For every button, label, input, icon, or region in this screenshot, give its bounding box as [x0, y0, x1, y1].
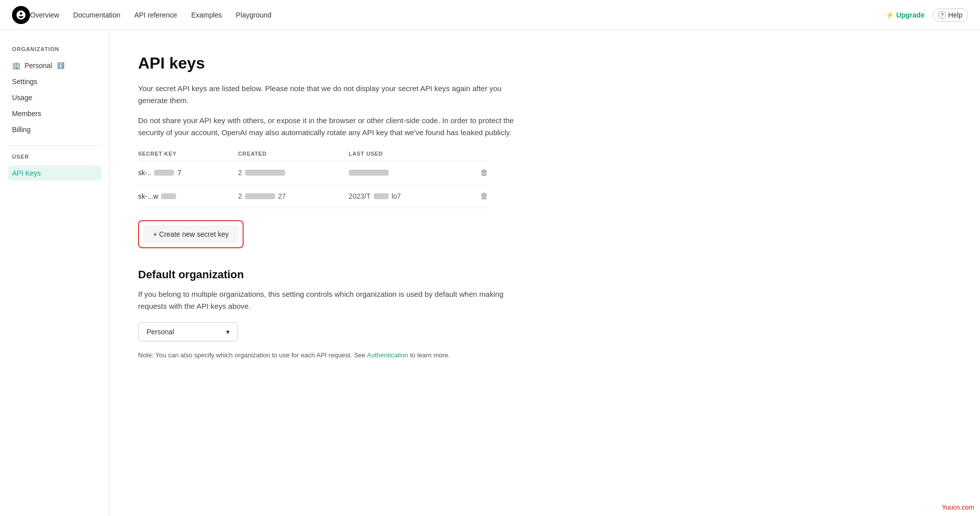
- nav-right: ⚡ Upgrade ? Help: [885, 9, 968, 22]
- nav-playground[interactable]: Playground: [236, 11, 272, 19]
- top-navigation: Overview Documentation API reference Exa…: [0, 0, 980, 30]
- col-header-created: CREATED: [238, 147, 349, 161]
- main-content: API keys Your secret API keys are listed…: [110, 30, 560, 516]
- last-used-blur-2: [374, 193, 389, 199]
- sidebar-divider: [8, 145, 102, 146]
- last-used-blur-1: [349, 170, 389, 176]
- actions-cell-2: 🗑: [470, 185, 488, 208]
- help-circle-icon: ?: [938, 11, 946, 19]
- sidebar-item-members[interactable]: Members: [8, 106, 102, 121]
- table-row: sk-.. 7 2: [138, 161, 488, 185]
- sidebar-item-billing[interactable]: Billing: [8, 122, 102, 137]
- nav-documentation[interactable]: Documentation: [73, 11, 120, 19]
- org-select-value: Personal: [147, 328, 174, 336]
- upgrade-button[interactable]: ⚡ Upgrade: [885, 11, 924, 19]
- desc-para-1: Your secret API keys are listed below. P…: [138, 83, 532, 107]
- date-blur-2: [245, 193, 275, 199]
- col-header-actions: [470, 147, 488, 161]
- api-keys-table: SECRET KEY CREATED LAST USED sk-.. 7: [138, 147, 488, 208]
- nav-overview[interactable]: Overview: [30, 11, 59, 19]
- date-blur-1: [245, 170, 285, 176]
- actions-cell-1: 🗑: [470, 161, 488, 185]
- org-dropdown[interactable]: Personal ▾: [138, 322, 238, 341]
- created-cell-2: 2 27: [238, 185, 349, 208]
- default-org-desc: If you belong to multiple organizations,…: [138, 288, 532, 312]
- key-blur-2: [161, 193, 176, 199]
- key-blur-1: [154, 170, 174, 176]
- delete-key-2-button[interactable]: 🗑: [480, 192, 488, 200]
- watermark: Yuucn.com: [942, 503, 974, 511]
- user-section-title: USER: [8, 154, 102, 160]
- sidebar-item-usage[interactable]: Usage: [8, 90, 102, 105]
- col-header-secret-key: SECRET KEY: [138, 147, 238, 161]
- table-row: sk-...w 2 27 2023/T: [138, 185, 488, 208]
- help-button[interactable]: ? Help: [932, 9, 968, 22]
- col-header-last-used: LAST USED: [349, 147, 470, 161]
- org-section-title: ORGANIZATION: [8, 46, 102, 52]
- sidebar: ORGANIZATION 🏢 Personal ℹ️ Settings Usag…: [0, 30, 110, 516]
- last-used-cell-1: [349, 161, 470, 185]
- nav-api-reference[interactable]: API reference: [135, 11, 178, 19]
- page-title: API keys: [138, 54, 532, 73]
- note-text: Note: You can also specify which organiz…: [138, 351, 532, 359]
- last-used-cell-2: 2023/T lo7: [349, 185, 470, 208]
- key-cell-2: sk-...w: [138, 185, 238, 208]
- chevron-down-icon: ▾: [226, 328, 230, 336]
- desc-para-2: Do not share your API key with others, o…: [138, 115, 532, 139]
- create-btn-wrapper: + Create new secret key: [138, 220, 244, 248]
- nav-links: Overview Documentation API reference Exa…: [30, 11, 885, 19]
- created-cell-1: 2: [238, 161, 349, 185]
- nav-examples[interactable]: Examples: [191, 11, 222, 19]
- authentication-link[interactable]: Authentication: [367, 351, 408, 359]
- key-cell-1: sk-.. 7: [138, 161, 238, 185]
- default-org-title: Default organization: [138, 268, 532, 281]
- create-new-secret-key-button[interactable]: + Create new secret key: [143, 225, 239, 243]
- logo: [12, 6, 30, 24]
- sidebar-item-settings[interactable]: Settings: [8, 74, 102, 89]
- building-icon: 🏢: [12, 62, 21, 70]
- bolt-icon: ⚡: [885, 11, 894, 19]
- sidebar-item-personal[interactable]: 🏢 Personal ℹ️: [8, 58, 102, 73]
- page-layout: ORGANIZATION 🏢 Personal ℹ️ Settings Usag…: [0, 30, 980, 516]
- info-icon: ℹ️: [57, 62, 65, 69]
- sidebar-item-api-keys[interactable]: API Keys: [8, 166, 102, 181]
- delete-key-1-button[interactable]: 🗑: [480, 168, 488, 177]
